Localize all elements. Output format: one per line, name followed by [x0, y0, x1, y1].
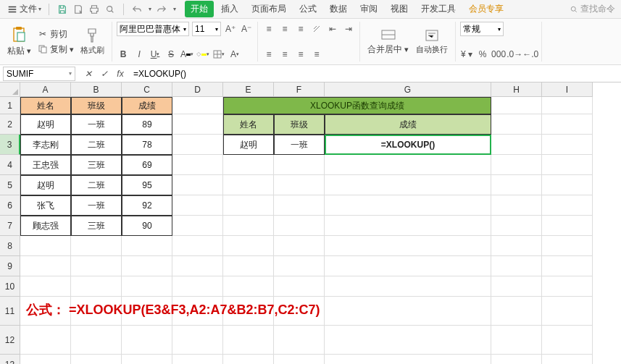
tab-developer[interactable]: 开发工具 [415, 1, 462, 17]
tab-review[interactable]: 审阅 [354, 1, 383, 17]
cell-H2[interactable] [491, 114, 542, 135]
fx-button[interactable]: fx [114, 68, 126, 80]
cell-A12[interactable] [20, 326, 71, 355]
cell-F7[interactable] [274, 216, 325, 236]
cell-H8[interactable] [491, 236, 542, 256]
cell-D6[interactable] [172, 195, 223, 216]
row-header-1[interactable]: 1 [0, 97, 20, 114]
cell-H12[interactable] [491, 326, 542, 355]
cell-I2[interactable] [542, 114, 593, 135]
cell-I10[interactable] [542, 276, 593, 297]
cell-A10[interactable] [20, 276, 71, 297]
align-left-icon[interactable]: ≡ [262, 48, 275, 61]
tab-data[interactable]: 数据 [324, 1, 353, 17]
cell-E13[interactable] [223, 355, 274, 364]
row-header-9[interactable]: 9 [0, 256, 20, 276]
cell-B7[interactable]: 三班 [71, 216, 122, 236]
cell-A7[interactable]: 顾志强 [20, 216, 71, 236]
cell-D3[interactable] [172, 135, 223, 155]
cell-B10[interactable] [71, 276, 122, 297]
cell-F6[interactable] [274, 195, 325, 216]
cell-H11[interactable] [491, 297, 542, 326]
number-format-select[interactable]: 常规 ▾ [460, 22, 504, 36]
cell-G5[interactable] [325, 175, 491, 195]
row-header-11[interactable]: 11 [0, 297, 20, 326]
cell-A6[interactable]: 张飞 [20, 195, 71, 216]
row-header-5[interactable]: 5 [0, 175, 20, 195]
tab-member[interactable]: 会员专享 [463, 1, 509, 17]
cell-B6[interactable]: 一班 [71, 195, 122, 216]
orientation-icon[interactable] [310, 22, 323, 35]
col-header-H[interactable]: H [491, 82, 542, 97]
row-header-12[interactable]: 12 [0, 326, 20, 355]
row-header-13[interactable]: 13 [0, 355, 20, 364]
cell-C13[interactable] [122, 355, 172, 364]
indent-decrease-icon[interactable]: ⇤ [326, 22, 339, 35]
col-header-E[interactable]: E [223, 82, 274, 97]
merge-center-button[interactable]: 合并居中 ▾ [364, 22, 412, 62]
cell-E1[interactable]: XLOOKUP函数查询成绩 [223, 97, 491, 114]
cell-G7[interactable] [325, 216, 491, 236]
cell-G11[interactable] [325, 297, 491, 326]
cell-B8[interactable] [71, 236, 122, 256]
row-header-2[interactable]: 2 [0, 114, 20, 135]
cell-C2[interactable]: 89 [122, 114, 172, 135]
cell-D12[interactable] [172, 326, 223, 355]
row-header-6[interactable]: 6 [0, 195, 20, 216]
cut-button[interactable]: ✂ 剪切 [36, 27, 76, 41]
font-name-select[interactable]: 阿里巴巴普惠体 ▾ [117, 22, 189, 36]
underline-button[interactable]: U ▾ [149, 48, 162, 61]
cell-C9[interactable] [122, 256, 172, 276]
tab-insert[interactable]: 插入 [215, 1, 244, 17]
cell-D7[interactable] [172, 216, 223, 236]
redo-icon[interactable] [156, 4, 167, 15]
cell-F4[interactable] [274, 155, 325, 175]
col-header-F[interactable]: F [274, 82, 325, 97]
cell-E6[interactable] [223, 195, 274, 216]
paste-button[interactable]: 粘贴 ▾ [4, 22, 34, 62]
percent-icon[interactable]: % [476, 48, 489, 61]
save-as-icon[interactable] [72, 4, 84, 15]
print-icon[interactable] [88, 4, 100, 15]
cell-E3[interactable]: 赵明 [223, 135, 274, 155]
name-box[interactable]: SUMIF ▾ [3, 67, 75, 81]
cell-H7[interactable] [491, 216, 542, 236]
cell-H1[interactable] [491, 97, 542, 114]
justify-icon[interactable]: ≡ [310, 48, 323, 61]
cell-H4[interactable] [491, 155, 542, 175]
cell-D2[interactable] [172, 114, 223, 135]
cell-C4[interactable]: 69 [122, 155, 172, 175]
cell-H6[interactable] [491, 195, 542, 216]
cell-C10[interactable] [122, 276, 172, 297]
indent-increase-icon[interactable]: ⇥ [342, 22, 355, 35]
cell-A3[interactable]: 李志刚 [20, 135, 71, 155]
cell-A1[interactable]: 姓名 [20, 97, 71, 114]
row-header-7[interactable]: 7 [0, 216, 20, 236]
cell-B2[interactable]: 一班 [71, 114, 122, 135]
cell-D9[interactable] [172, 256, 223, 276]
currency-icon[interactable]: ¥ ▾ [460, 48, 473, 61]
tab-page-layout[interactable]: 页面布局 [246, 1, 292, 17]
cell-B1[interactable]: 班级 [71, 97, 122, 114]
cell-G6[interactable] [325, 195, 491, 216]
formula-cancel-button[interactable]: ✕ [83, 68, 94, 80]
cell-B12[interactable] [71, 326, 122, 355]
format-painter-button[interactable]: 格式刷 [78, 22, 107, 62]
cell-F3[interactable]: 一班 [274, 135, 325, 155]
strike-button[interactable]: S [164, 48, 178, 61]
cell-D5[interactable] [172, 175, 223, 195]
print-preview-icon[interactable] [104, 4, 116, 15]
cell-H5[interactable] [491, 175, 542, 195]
cell-H13[interactable] [491, 355, 542, 364]
cell-F12[interactable] [274, 326, 325, 355]
decrease-font-icon[interactable]: A⁻ [240, 22, 253, 35]
decrease-decimal-icon[interactable]: ←.0 [524, 48, 537, 61]
copy-button[interactable]: 复制 ▾ [36, 43, 76, 56]
cell-C8[interactable] [122, 236, 172, 256]
comma-icon[interactable]: 000 [492, 48, 505, 61]
cell-F13[interactable] [274, 355, 325, 364]
save-icon[interactable] [57, 4, 68, 15]
cell-E8[interactable] [223, 236, 274, 256]
cell-C1[interactable]: 成绩 [122, 97, 172, 114]
formula-accept-button[interactable]: ✓ [99, 68, 110, 80]
